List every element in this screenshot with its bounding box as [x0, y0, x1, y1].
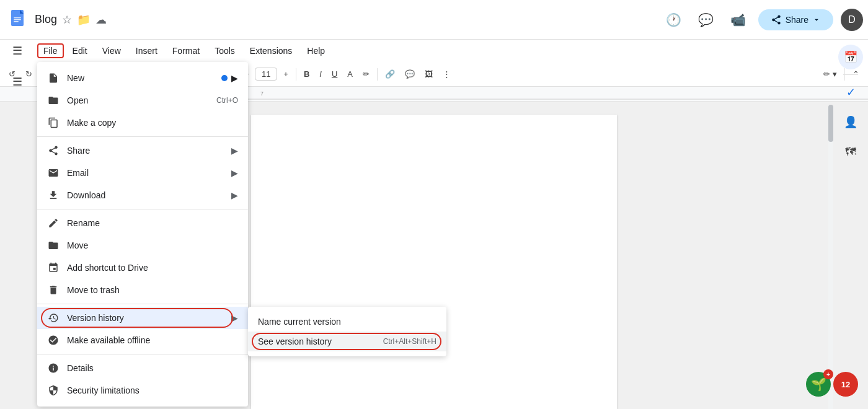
info-icon	[47, 362, 60, 374]
move-trash-label: Move to trash	[67, 285, 238, 295]
see-history-shortcut: Ctrl+Alt+Shift+H	[383, 337, 436, 346]
chat-icon-btn[interactable]: 💬	[694, 7, 719, 32]
italic-btn[interactable]: I	[316, 67, 326, 81]
download-arrow-icon: ▶	[231, 190, 238, 200]
rename-label: Rename	[67, 218, 238, 228]
menu-format[interactable]: Format	[166, 43, 206, 58]
add-shortcut-label: Add shortcut to Drive	[67, 263, 238, 273]
menu-item-details[interactable]: Details	[37, 357, 248, 379]
image-btn[interactable]: 🖼	[421, 67, 436, 81]
menu-file[interactable]: File	[37, 43, 64, 58]
menu-view[interactable]: View	[96, 43, 127, 58]
bottom-right-controls: 🌱 + 12	[806, 372, 858, 397]
menu-item-make-copy[interactable]: Make a copy	[37, 112, 248, 134]
svg-rect-3	[14, 17, 21, 19]
ext1-icon: 🌱	[811, 377, 826, 392]
menu-item-version-history[interactable]: Version history ▶ Name current version S…	[37, 307, 248, 329]
move-icon	[47, 239, 60, 252]
ext1-fab[interactable]: 🌱 +	[806, 372, 831, 397]
document-page[interactable]	[251, 115, 617, 409]
copy-icon	[47, 117, 60, 129]
menu-bar: ☰ File Edit View Insert Format Tools Ext…	[0, 40, 868, 62]
version-history-arrow-icon: ▶	[231, 313, 238, 323]
collapse-toolbar-btn[interactable]: ⌃	[849, 67, 863, 81]
see-version-history-label: See version history	[258, 336, 378, 346]
menu-item-add-shortcut[interactable]: Add shortcut to Drive	[37, 257, 248, 279]
sep-2	[37, 209, 248, 209]
sep-3	[37, 304, 248, 304]
svg-text:7: 7	[260, 90, 264, 97]
open-icon	[47, 94, 60, 107]
folder-icon[interactable]: 📁	[77, 13, 91, 27]
scrollbar[interactable]	[828, 102, 833, 409]
menu-item-download[interactable]: Download ▶	[37, 184, 248, 206]
menu-help[interactable]: Help	[301, 43, 331, 58]
menu-item-new[interactable]: New ▶	[37, 67, 248, 89]
security-label: Security limitations	[67, 385, 238, 395]
offline-icon	[47, 334, 60, 346]
sep-1	[37, 136, 248, 137]
svg-rect-5	[14, 21, 19, 22]
email-label: Email	[67, 168, 219, 178]
menu-item-move-trash[interactable]: Move to trash	[37, 279, 248, 301]
text-color-btn[interactable]: A	[343, 67, 356, 81]
menu-item-offline[interactable]: Make available offline	[37, 329, 248, 351]
menu-item-open[interactable]: Open Ctrl+O	[37, 89, 248, 112]
top-right-actions: 🕐 💬 📹 Share D	[662, 7, 863, 32]
app-icon[interactable]	[5, 7, 30, 32]
doc-title: Blog	[35, 13, 57, 26]
history-icon	[47, 312, 60, 324]
menu-item-security[interactable]: Security limitations	[37, 379, 248, 402]
share-arrow-icon: ▶	[231, 146, 238, 156]
menu-edit[interactable]: Edit	[66, 43, 94, 58]
vsm-item-see-history[interactable]: See version history Ctrl+Alt+Shift+H	[248, 332, 446, 351]
menu-item-email[interactable]: Email ▶	[37, 162, 248, 184]
menu-insert[interactable]: Insert	[130, 43, 164, 58]
contacts-icon[interactable]: 👤	[838, 110, 863, 134]
top-bar: Blog ☆ 📁 ☁ 🕐 💬 📹 Share D	[0, 0, 868, 40]
maps-icon[interactable]: 🗺	[838, 139, 863, 164]
comment-btn[interactable]: 💬	[401, 67, 418, 81]
security-icon	[47, 384, 60, 397]
ext2-fab[interactable]: 12	[833, 372, 858, 397]
redo-btn[interactable]: ↻	[22, 67, 36, 81]
title-action-icons: ☆ 📁 ☁	[62, 13, 107, 27]
more-btn[interactable]: ⋮	[439, 67, 454, 81]
scrollbar-track	[828, 105, 833, 409]
bold-btn[interactable]: B	[300, 67, 313, 81]
menu-item-rename[interactable]: Rename	[37, 212, 248, 234]
trash-icon	[47, 284, 60, 296]
move-label: Move	[67, 240, 238, 250]
menu-extensions[interactable]: Extensions	[244, 43, 298, 58]
undo-btn[interactable]: ↺	[5, 67, 19, 81]
offline-label: Make available offline	[67, 335, 238, 345]
open-shortcut: Ctrl+O	[216, 96, 238, 105]
share-icon	[47, 144, 60, 157]
star-icon[interactable]: ☆	[62, 13, 72, 27]
avatar[interactable]: D	[841, 9, 863, 31]
outline-icon[interactable]: ☰	[5, 40, 30, 62]
new-label: New	[67, 73, 214, 83]
video-icon-btn[interactable]: 📹	[726, 7, 751, 32]
font-size-input[interactable]: 11	[255, 68, 277, 81]
ext2-label: 12	[841, 380, 850, 389]
history-icon-btn[interactable]: 🕐	[662, 7, 686, 32]
menu-item-share[interactable]: Share ▶	[37, 139, 248, 162]
highlight-btn[interactable]: ✏	[359, 67, 373, 81]
share-button[interactable]: Share	[758, 9, 833, 30]
menu-item-move[interactable]: Move	[37, 234, 248, 257]
font-size-increase-btn[interactable]: +	[280, 67, 292, 81]
edit-pencil-btn[interactable]: ✏ ▾	[820, 67, 841, 81]
file-menu-dropdown: New ▶ Open Ctrl+O Make a copy	[37, 62, 248, 407]
email-icon	[47, 167, 60, 179]
new-doc-icon	[47, 72, 60, 84]
underline-btn[interactable]: U	[328, 67, 341, 81]
scrollbar-thumb[interactable]	[828, 105, 833, 142]
cloud-icon[interactable]: ☁	[95, 13, 107, 27]
menu-tools[interactable]: Tools	[208, 43, 241, 58]
link-btn[interactable]: 🔗	[381, 67, 399, 81]
make-copy-label: Make a copy	[67, 118, 238, 128]
vsm-item-name-version[interactable]: Name current version	[248, 312, 446, 332]
share-menu-label: Share	[67, 146, 219, 156]
version-submenu: Name current version See version history…	[248, 307, 446, 356]
